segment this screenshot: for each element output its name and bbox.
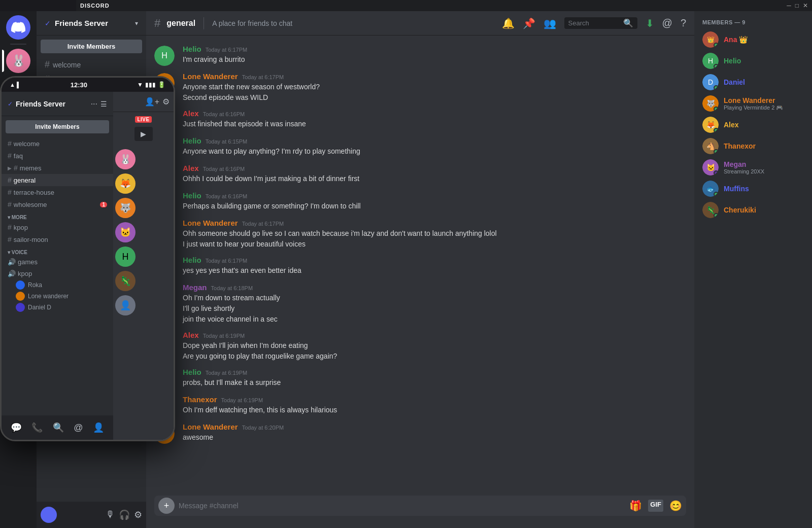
phone-voice-member-roka[interactable]: Roka [2,279,113,291]
phone-time: ▲ ▌ [10,82,21,88]
message-text: I just want to hear your beautiful voice… [183,239,686,250]
message-content: Thanexor Today at 6:19PM Oh I'm deff wat… [183,395,686,416]
phone-channel-memes[interactable]: ▶ # memes [2,162,113,174]
status-dot [714,43,719,48]
headphone-icon[interactable]: 🎧 [119,509,130,520]
avatar: 🐟 [702,181,719,197]
message-text: I'll go live shortly [183,303,686,314]
member-item-thanexor[interactable]: 🐴 Thanexor [698,136,808,156]
member-item-alex[interactable]: 🦊 Alex [698,115,808,135]
phone-voice-member-lone-wanderer[interactable]: Lone wanderer [2,291,113,302]
video-preview: ▶ [134,127,153,141]
member-item-helio[interactable]: H Helio [698,51,808,71]
at-icon[interactable]: @ [662,17,672,29]
search-box[interactable]: 🔍 [564,17,637,29]
member-item-megan[interactable]: 🐱 Megan Streaming 20XX [698,157,808,178]
hash-icon: # [14,164,18,172]
minimize-btn[interactable]: ─ [787,2,791,9]
phone-voice-games[interactable]: 🔊 games [2,256,113,268]
member-info: Muffins [724,185,804,193]
dm-avatar[interactable]: 👤 [115,295,136,315]
server-icon-friends[interactable]: 🐰 [6,49,30,73]
bell-icon[interactable]: 🔔 [502,17,515,29]
search-input[interactable] [568,19,619,27]
discord-home-icon[interactable] [6,15,30,40]
sidebar-server-header[interactable]: ✓ Friends Server ▾ [37,11,146,36]
message-content: Helio Today at 6:15PM Anyone want to pla… [183,136,686,158]
channel-item-welcome[interactable]: # welcome [41,57,142,72]
avatar: 👑 [702,31,719,48]
member-item-daniel[interactable]: D Daniel [698,72,808,92]
message-text: Second episode was WILD [183,92,686,103]
phone-live-area: LIVE ▶ [113,112,174,145]
message-text: Anyone start the new season of westworld… [183,82,686,92]
phone-user-icon[interactable]: 👤 [93,422,104,433]
invite-members-btn[interactable]: Invite Members [41,40,142,53]
mic-icon[interactable]: 🎙 [106,509,115,520]
member-item-ana[interactable]: 👑 Ana 👑 [698,29,808,50]
member-item-lone-wanderer[interactable]: 🐺 Lone Wanderer Playing Vermintide 2 🎮 [698,93,808,114]
phone-clock: 12:30 [71,81,87,89]
phone-channel-wholesome[interactable]: # wholesome 1 [2,198,113,210]
phone-voice-kpop[interactable]: 🔊 kpop [2,268,113,279]
gift-icon[interactable]: 🎁 [629,500,642,512]
phone-sidebar-header[interactable]: ✓ Friends Server ··· ☰ [2,92,113,116]
add-attachment-btn[interactable]: + [158,498,175,514]
maximize-btn[interactable]: □ [795,2,799,9]
message-group: H Helio Today at 6:17PM I'm craving a bu… [146,44,694,67]
phone-channel-faq[interactable]: # faq [2,150,113,162]
member-info: Alex [724,121,804,129]
phone-channel-welcome[interactable]: # welcome [2,137,113,150]
phone-channel-sailor-moon[interactable]: # sailor-moon [2,233,113,245]
hash-icon: # [8,188,12,196]
settings-icon[interactable]: ⚙ [134,509,142,520]
message-input[interactable] [179,496,625,516]
phone-add-member-icon[interactable]: 👤+ [145,97,159,107]
member-name: Alex [724,121,804,129]
emoji-icon[interactable]: 😊 [669,500,682,512]
phone-settings-icon[interactable]: ⚙ [162,97,170,107]
dm-avatar[interactable]: 🦊 [115,173,136,194]
phone-call-icon[interactable]: 📞 [31,422,43,433]
dm-avatar[interactable]: 🦎 [115,271,136,291]
member-name: Cherukiki [724,206,804,214]
phone-channel-kpop[interactable]: # kpop [2,221,113,233]
hash-icon: # [8,152,12,160]
messages-container: H Helio Today at 6:17PM I'm craving a bu… [146,36,694,496]
message-text: Perhaps a building game or something? I'… [183,201,686,212]
dm-avatar[interactable]: 🐺 [115,198,136,218]
message-group: 🐺 Lone Wanderer Today at 6:20PM awesome [146,421,694,445]
phone-at-icon[interactable]: @ [74,423,83,433]
close-btn[interactable]: ✕ [803,2,808,9]
member-item-muffins[interactable]: 🐟 Muffins [698,179,808,199]
message-content: Helio Today at 6:17PM yes yes yes that's… [183,256,686,277]
phone-channel-general[interactable]: # general [2,174,113,186]
message-username: Lone Wanderer [183,423,238,431]
member-item-cherukiki[interactable]: 🦎 Cherukiki [698,200,808,220]
status-dot [714,107,719,112]
dm-avatar[interactable]: H [115,247,136,267]
ellipsis-icon[interactable]: ··· [91,99,97,109]
chat-input-icons: 🎁 GIF 😊 [629,500,682,512]
chevron-down-icon: ▾ [135,20,138,27]
phone-channel-terrace-house[interactable]: # terrace-house [2,186,113,198]
help-icon[interactable]: ? [681,17,686,29]
download-icon[interactable]: ⬇ [646,17,654,29]
window-controls[interactable]: ─ □ ✕ [787,2,808,9]
dm-avatar[interactable]: 🐱 [115,222,136,242]
members-icon[interactable]: 👥 [544,17,556,29]
status-dot [714,85,719,90]
menu-icon[interactable]: ☰ [100,100,107,108]
pin-icon[interactable]: 📌 [523,17,535,29]
message-timestamp: Today at 6:19PM [203,333,245,339]
phone-search-icon[interactable]: 🔍 [53,422,64,433]
message-header: Helio Today at 6:16PM [183,191,686,200]
phone-invite-btn[interactable]: Invite Members [6,120,109,133]
member-info: Daniel [724,78,804,86]
phone-chat-icon[interactable]: 💬 [11,422,22,433]
gif-icon[interactable]: GIF [648,500,663,512]
message-text: join the voice channel in a sec [183,314,686,325]
dm-avatar[interactable]: 🐰 [115,149,136,169]
phone-voice-member-daniel-d[interactable]: Daniel D [2,302,113,313]
message-text: Oh I'm down to stream actually [183,293,686,303]
